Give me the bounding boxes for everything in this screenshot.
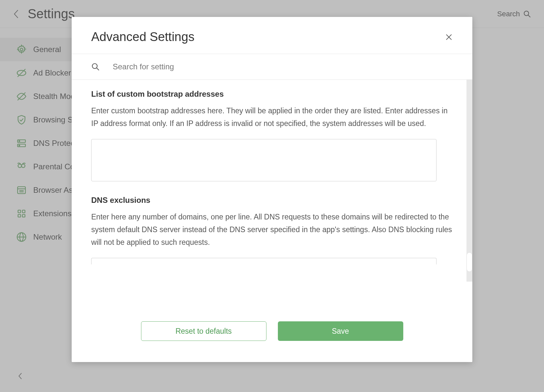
setting-title: DNS exclusions — [91, 196, 453, 205]
scrollbar-thumb[interactable] — [466, 252, 472, 272]
bootstrap-addresses-input[interactable] — [91, 139, 437, 181]
search-icon — [91, 63, 100, 71]
reset-button[interactable]: Reset to defaults — [141, 321, 266, 341]
modal-search-row — [72, 54, 472, 80]
scrollbar-track[interactable] — [466, 80, 472, 282]
svg-point-25 — [92, 63, 97, 68]
advanced-settings-modal: Advanced Settings List of custom bootstr… — [72, 17, 472, 362]
setting-bootstrap-addresses: List of custom bootstrap addresses Enter… — [91, 90, 453, 183]
svg-line-26 — [96, 68, 99, 70]
close-button[interactable] — [445, 33, 453, 41]
setting-description: Enter here any number of domains, one pe… — [91, 211, 453, 249]
setting-dns-exclusions: DNS exclusions Enter here any number of … — [91, 196, 453, 264]
setting-title: List of custom bootstrap addresses — [91, 90, 453, 99]
modal-footer: Reset to defaults Save — [72, 310, 472, 362]
close-icon — [445, 33, 453, 41]
modal-header: Advanced Settings — [72, 17, 472, 54]
setting-description: Enter custom bootstrap addresses here. T… — [91, 105, 453, 130]
save-button[interactable]: Save — [278, 321, 403, 341]
dns-exclusions-input[interactable] — [91, 258, 437, 264]
modal-overlay: Advanced Settings List of custom bootstr… — [0, 0, 544, 392]
modal-body: List of custom bootstrap addresses Enter… — [72, 80, 472, 310]
modal-title: Advanced Settings — [91, 30, 194, 44]
settings-search-input[interactable] — [113, 62, 453, 71]
